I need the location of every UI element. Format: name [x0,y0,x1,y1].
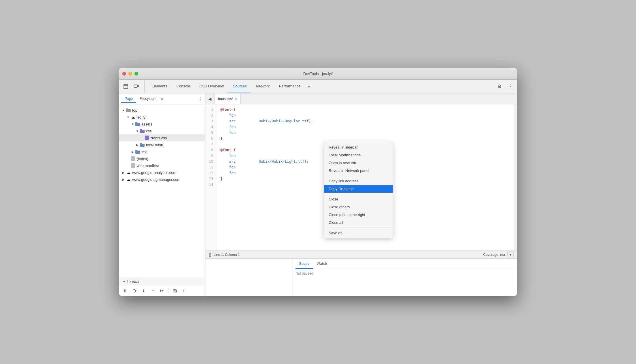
tree-item-google-analytics[interactable]: ▶ ☁ www.google-analytics.com [119,169,205,176]
ctx-reveal-sidebar[interactable]: Reveal in sidebar [324,143,393,151]
svg-rect-16 [135,150,137,151]
ctx-separator-2 [324,194,393,194]
svg-rect-17 [131,156,135,161]
window-title: DevTools - jec.fyi/ [303,72,333,76]
close-button[interactable] [122,72,126,76]
file-panel-toggle[interactable]: ◀ [205,93,215,104]
file-tab-fonts-css[interactable]: fonts.css* × [215,93,241,104]
step-into-button[interactable] [140,287,148,295]
svg-rect-9 [135,122,137,123]
scope-content: Not paused [292,269,517,296]
file-tabs: ◀ fonts.css* × [205,93,517,104]
vertical-scrollbar[interactable] [514,104,517,250]
ctx-copy-filename[interactable]: Copy file name [324,185,393,193]
tab-elements[interactable]: Elements [147,80,172,93]
bottom-left-panel [205,259,292,296]
toggle-jecfyi: ▼ [126,115,130,119]
svg-line-28 [173,289,177,292]
titlebar: DevTools - jec.fyi/ [119,68,517,80]
sidebar-tabs: Page Filesystem » ⋮ [119,93,205,104]
svg-rect-14 [140,143,142,144]
ctx-reveal-network[interactable]: Reveal in Network panel [324,167,393,175]
pause-on-exceptions-button[interactable]: ⏸ [180,287,188,295]
tab-filesystem[interactable]: Filesystem [136,95,160,103]
tab-console[interactable]: Console [172,80,195,93]
tree-item-font-rubik[interactable]: ▶ font/Rubik [119,141,205,148]
tab-performance[interactable]: Performance [274,80,305,93]
tree-item-jecfyi[interactable]: ▼ ☁ jec.fyi [119,114,205,121]
label-assets: assets [141,122,152,126]
file-tab-close[interactable]: × [235,97,237,101]
threads-bar[interactable]: ▼ Threads [119,277,205,286]
tabbar-icons [121,80,145,93]
label-jecfyi: jec.fyi [137,115,146,119]
svg-rect-0 [124,85,128,89]
deactivate-breakpoints-button[interactable] [171,287,179,295]
tree-item-manifest[interactable]: ▼ web.manifest [119,162,205,169]
main-area: Page Filesystem » ⋮ ▼ top [119,93,517,296]
toggle-ga: ▶ [121,170,126,175]
format-icon[interactable]: {} [209,253,211,257]
label-gtm: www.googletagmanager.com [132,177,180,182]
label-top: top [132,108,137,112]
folder-icon-css [140,128,145,134]
minimize-button[interactable] [128,72,132,76]
device-icon[interactable] [132,82,141,91]
ctx-close-all[interactable]: Close all [324,219,393,226]
svg-marker-24 [152,289,154,290]
sidebar-options-btn[interactable]: ⋮ [198,96,203,102]
ctx-copy-link[interactable]: Copy link address [324,177,393,185]
step-button[interactable] [158,287,166,295]
more-options-icon[interactable]: ⋮ [506,82,515,91]
step-over-button[interactable] [130,287,139,295]
tab-page[interactable]: Page [121,95,136,103]
inspect-icon[interactable] [121,82,130,91]
label-fonts-css: *fonts.css [151,136,167,140]
svg-marker-26 [162,290,164,292]
maximize-button[interactable] [134,72,138,76]
label-manifest: web.manifest [137,164,159,168]
svg-rect-11 [140,129,142,130]
settings-icon[interactable]: ⚙ [495,82,504,91]
ctx-local-modifications[interactable]: Local Modifications... [324,151,393,159]
pause-button[interactable]: ⏸ [121,287,129,295]
svg-marker-22 [143,291,145,292]
debug-toolbar: ⏸ ⏸ [119,286,205,296]
tab-css-overview[interactable]: CSS Overview [195,80,229,93]
file-tab-name: fonts.css* [218,97,233,101]
folder-icon-font-rubik [140,142,145,147]
ctx-separator-3 [324,228,393,228]
sidebar-tab-more[interactable]: » [161,97,163,101]
ctx-open-new-tab[interactable]: Open in new tab [324,159,393,167]
svg-marker-19 [136,290,136,292]
ctx-separator-1 [324,176,393,176]
ctx-close-right[interactable]: Close tabs to the right [324,211,393,219]
svg-rect-3 [134,85,137,87]
ctx-save-as[interactable]: Save as... [324,229,393,237]
tree-item-index[interactable]: ▼ (index) [119,155,205,162]
tab-scope[interactable]: Scope [295,259,313,269]
tabbar-right-controls: ⚙ ⋮ [495,80,515,93]
ctx-close[interactable]: Close [324,195,393,203]
tab-watch[interactable]: Watch [313,259,330,269]
tab-network[interactable]: Network [251,80,274,93]
tab-more-button[interactable]: » [305,80,312,93]
tree-item-fonts-css[interactable]: ▼ *fonts.css [119,134,205,141]
status-bar: {} Line 1, Column 1 Coverage: n/a ▼ [205,250,517,258]
file-sidebar: Page Filesystem » ⋮ ▼ top [119,93,205,296]
tree-item-img[interactable]: ▶ img [119,148,205,155]
tree-item-gtm[interactable]: ▶ ☁ www.googletagmanager.com [119,176,205,183]
ctx-close-others[interactable]: Close others [324,203,393,211]
svg-rect-12 [145,136,149,140]
tab-sources[interactable]: Sources [228,80,251,93]
tree-item-assets[interactable]: ▼ assets [119,121,205,127]
file-tree: ▼ top ▼ ☁ jec.fyi ▼ [119,104,205,277]
tree-item-css[interactable]: ▼ css [119,127,205,134]
coverage-label: Coverage: n/a [483,253,505,257]
svg-rect-18 [131,163,135,168]
svg-rect-7 [126,108,128,110]
coverage-button[interactable]: ▼ [507,252,514,258]
traffic-lights [122,72,138,76]
step-out-button[interactable] [149,287,157,295]
tree-item-top[interactable]: ▼ top [119,107,205,114]
